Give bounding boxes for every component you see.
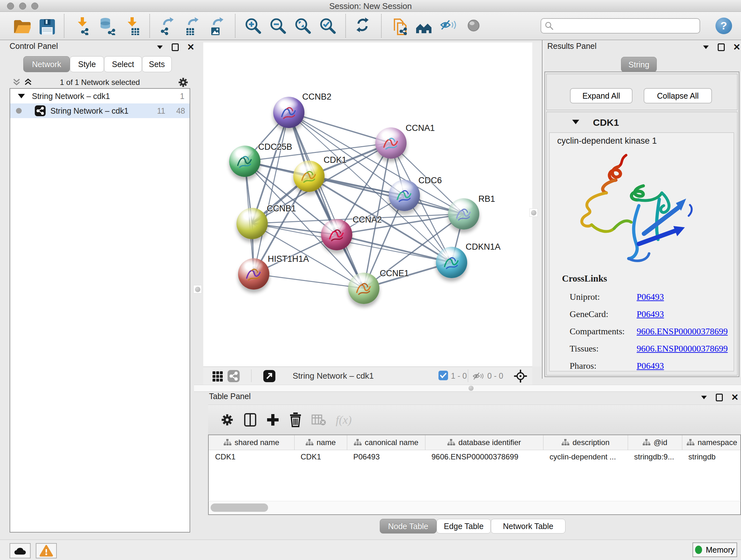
table-cell[interactable]: CDK1 [294, 450, 347, 464]
create-column-plus-icon[interactable] [266, 413, 280, 427]
search-input[interactable] [541, 18, 700, 34]
node-CCNE1[interactable] [348, 273, 380, 304]
close-panel-icon[interactable]: ✕ [187, 43, 194, 52]
tab-sets[interactable]: Sets [142, 56, 172, 72]
selected-checkbox-icon[interactable] [439, 371, 448, 380]
tab-network[interactable]: Network [23, 56, 70, 72]
warnings-button[interactable] [36, 543, 57, 558]
column-header-namespace[interactable]: namespace [682, 435, 741, 450]
collection-collapse-icon[interactable] [18, 94, 25, 98]
tab-node-table[interactable]: Node Table [380, 519, 436, 534]
gray-sphere-icon[interactable] [463, 15, 484, 37]
node-CCNB2[interactable] [273, 97, 305, 128]
duplicate-pages-icon[interactable] [389, 15, 410, 37]
left-splitter-handle[interactable] [193, 285, 202, 294]
export-image-icon[interactable] [207, 15, 228, 37]
horizontal-splitter[interactable] [194, 385, 741, 392]
node-CCNB1[interactable] [237, 208, 268, 239]
show-columns-icon[interactable] [244, 413, 257, 427]
expand-all-button[interactable]: Expand All [570, 88, 632, 104]
memory-button[interactable]: Memory [692, 543, 737, 557]
table-cell[interactable]: stringdb [682, 450, 741, 464]
crosslink-link[interactable]: P06493 [636, 309, 664, 319]
panel-menu-icon[interactable] [701, 395, 707, 399]
column-header--id[interactable]: @id [628, 435, 682, 450]
crosslink-row: GeneCard:P06493 [562, 306, 728, 323]
cytoscape-window: Session: New Session ? Control Panel ✕ N… [0, 0, 741, 560]
network-options-gear-icon[interactable] [178, 77, 189, 89]
node-CDC25B[interactable] [229, 145, 260, 177]
float-panel-icon[interactable] [172, 44, 179, 51]
float-panel-icon[interactable] [718, 44, 725, 51]
network-canvas[interactable]: CCNB2 CCNA1 CDC25B CDK1 CDC6 RB1CCNB1 CC… [203, 43, 532, 367]
crosslink-link[interactable]: 9606.ENSP00000378699 [636, 344, 728, 354]
node-CDKN1A[interactable] [436, 247, 467, 278]
houses-icon[interactable] [414, 15, 434, 37]
eye-slash-icon[interactable] [439, 15, 460, 37]
crosslink-link[interactable]: P06493 [636, 361, 664, 371]
refresh-icon[interactable] [353, 15, 374, 37]
table-cell[interactable]: stringdb:9... [628, 450, 682, 464]
hidden-eye-slash-icon[interactable] [472, 371, 485, 382]
gene-name: CDK1 [593, 117, 619, 128]
import-network-database-icon[interactable] [96, 15, 118, 37]
column-header-name[interactable]: name [294, 435, 347, 450]
tab-network-table[interactable]: Network Table [491, 519, 565, 534]
node-CCNA2[interactable] [321, 219, 352, 250]
column-header-canonical-name[interactable]: canonical name [347, 435, 425, 450]
gene-section-header[interactable]: CDK1 [547, 112, 737, 132]
column-header-description[interactable]: description [543, 435, 628, 450]
warning-icon [39, 544, 53, 557]
network-collection-row[interactable]: String Network – cdk1 1 [10, 89, 190, 104]
collapse-all-button[interactable]: Collapse All [644, 88, 712, 104]
node-CDC6[interactable] [389, 180, 420, 211]
table-cell[interactable]: cyclin-dependent ... [543, 450, 628, 464]
node-HIST1H1A[interactable] [238, 258, 269, 290]
fit-selected-crosshair-icon[interactable] [514, 369, 527, 384]
zoom-out-icon[interactable] [267, 15, 288, 37]
export-network-icon[interactable] [157, 15, 178, 37]
node-CCNA1[interactable] [375, 127, 407, 159]
float-panel-icon[interactable] [716, 394, 723, 401]
panel-menu-icon[interactable] [703, 45, 709, 49]
table-settings-gear-icon[interactable] [220, 413, 234, 427]
tab-select[interactable]: Select [104, 56, 142, 72]
save-session-icon[interactable] [36, 15, 57, 37]
tab-string[interactable]: String [621, 57, 657, 72]
crosslink-link[interactable]: P06493 [636, 292, 664, 302]
network-row[interactable]: String Network – cdk1 11 48 [10, 104, 190, 118]
zoom-selected-icon[interactable] [317, 15, 338, 37]
delete-table-icon [312, 414, 326, 426]
delete-column-trash-icon[interactable] [289, 413, 302, 427]
table-horizontal-scrollbar[interactable] [208, 501, 741, 515]
panel-menu-icon[interactable] [157, 45, 163, 49]
network-view-share-icon[interactable] [227, 370, 240, 382]
right-splitter-handle[interactable] [529, 208, 538, 217]
detach-view-icon[interactable] [263, 370, 276, 384]
open-session-icon[interactable] [11, 15, 32, 37]
column-header-shared-name[interactable]: shared name [209, 435, 294, 450]
table-cell[interactable]: P06493 [347, 450, 425, 464]
grid-view-icon[interactable] [212, 371, 223, 383]
node-label-CCNB1: CCNB1 [267, 204, 296, 213]
tab-style[interactable]: Style [70, 56, 104, 72]
close-panel-icon[interactable]: ✕ [733, 43, 740, 52]
close-panel-icon[interactable]: ✕ [731, 393, 738, 402]
zoom-fit-icon[interactable] [292, 15, 313, 37]
column-header-database-identifier[interactable]: database identifier [425, 435, 543, 450]
zoom-in-icon[interactable] [243, 15, 264, 37]
help-button[interactable]: ? [716, 17, 732, 34]
section-collapse-icon[interactable] [572, 120, 579, 124]
node-CDK1[interactable] [293, 161, 325, 192]
gene-section: CDK1 cyclin-dependent kinase 1 [546, 112, 738, 375]
import-network-file-icon[interactable] [71, 15, 92, 37]
scrollbar-thumb[interactable] [211, 503, 268, 512]
tab-edge-table[interactable]: Edge Table [436, 519, 491, 534]
table-cell[interactable]: 9606.ENSP00000378699 [425, 450, 543, 464]
node-RB1[interactable] [448, 198, 479, 230]
export-table-icon[interactable] [182, 15, 203, 37]
crosslink-link[interactable]: 9606.ENSP00000378699 [636, 326, 728, 336]
import-table-file-icon[interactable] [121, 15, 142, 37]
cloud-button[interactable] [10, 543, 30, 558]
table-cell[interactable]: CDK1 [209, 450, 294, 464]
